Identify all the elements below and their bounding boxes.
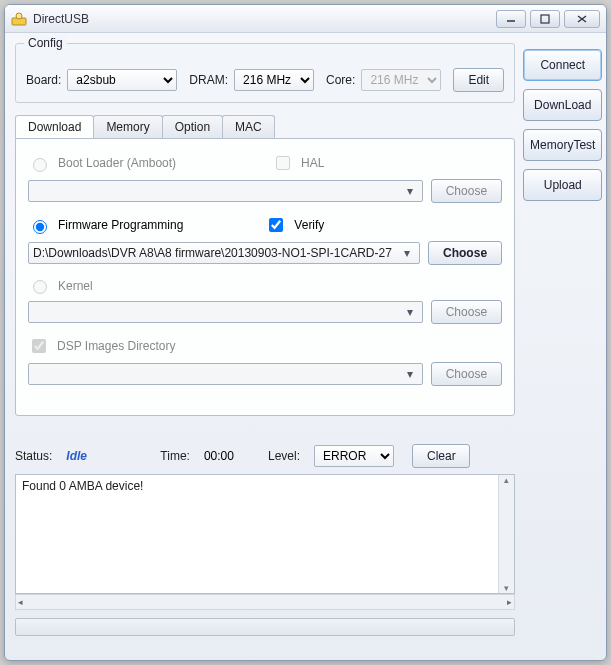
status-value: Idle bbox=[66, 449, 116, 463]
dsp-checkbox bbox=[32, 339, 46, 353]
verify-label: Verify bbox=[294, 218, 324, 232]
config-group: Config Board: a2sbub DRAM: 216 MHz Core:… bbox=[15, 43, 515, 103]
app-window: DirectUSB Config Board: a2sbub DRAM: 216… bbox=[4, 4, 607, 661]
dram-label: DRAM: bbox=[189, 73, 228, 87]
download-button[interactable]: DownLoad bbox=[523, 89, 602, 121]
dsp-path: ▾ bbox=[28, 363, 423, 385]
scroll-left-icon[interactable]: ◂ bbox=[18, 597, 23, 607]
connect-button[interactable]: Connect bbox=[523, 49, 602, 81]
hal-label: HAL bbox=[301, 156, 324, 170]
dram-combo[interactable]: 216 MHz bbox=[234, 69, 314, 91]
dsp-label: DSP Images Directory bbox=[57, 339, 175, 353]
app-icon bbox=[11, 11, 27, 27]
core-label: Core: bbox=[326, 73, 355, 87]
minimize-button[interactable] bbox=[496, 10, 526, 28]
hal-checkbox bbox=[276, 156, 290, 170]
bootloader-radio bbox=[33, 158, 47, 172]
titlebar: DirectUSB bbox=[5, 5, 606, 33]
chevron-down-icon: ▾ bbox=[402, 305, 418, 319]
maximize-button[interactable] bbox=[530, 10, 560, 28]
board-combo[interactable]: a2sbub bbox=[67, 69, 177, 91]
edit-button[interactable]: Edit bbox=[453, 68, 504, 92]
tabstrip: Download Memory Option MAC bbox=[15, 115, 515, 138]
svg-point-1 bbox=[16, 13, 22, 19]
chevron-down-icon[interactable]: ▾ bbox=[399, 246, 415, 260]
tab-memory[interactable]: Memory bbox=[93, 115, 162, 138]
verify-checkbox[interactable] bbox=[269, 218, 283, 232]
tab-option[interactable]: Option bbox=[162, 115, 223, 138]
chevron-down-icon: ▾ bbox=[402, 367, 418, 381]
tab-download[interactable]: Download bbox=[15, 115, 94, 138]
bootloader-choose-button: Choose bbox=[431, 179, 502, 203]
firmware-radio[interactable] bbox=[33, 220, 47, 234]
upload-button[interactable]: Upload bbox=[523, 169, 602, 201]
window-title: DirectUSB bbox=[33, 12, 496, 26]
tab-mac[interactable]: MAC bbox=[222, 115, 275, 138]
download-page: Boot Loader (Amboot) HAL ▾ Choose Firmwa… bbox=[15, 138, 515, 416]
firmware-path-combo[interactable]: D:\Downloads\DVR A8\A8 firmware\20130903… bbox=[28, 242, 420, 264]
chevron-down-icon: ▾ bbox=[402, 184, 418, 198]
status-label: Status: bbox=[15, 449, 52, 463]
firmware-label: Firmware Programming bbox=[58, 218, 183, 232]
kernel-path: ▾ bbox=[28, 301, 423, 323]
firmware-choose-button[interactable]: Choose bbox=[428, 241, 502, 265]
time-value: 00:00 bbox=[204, 449, 234, 463]
core-combo: 216 MHz bbox=[361, 69, 441, 91]
horizontal-scrollbar[interactable]: ◂ ▸ bbox=[15, 594, 515, 610]
time-label: Time: bbox=[160, 449, 190, 463]
clear-button[interactable]: Clear bbox=[412, 444, 470, 468]
progress-bar bbox=[15, 618, 515, 636]
log-textarea[interactable]: Found 0 AMBA device! ▴ ▾ bbox=[15, 474, 515, 594]
kernel-choose-button: Choose bbox=[431, 300, 502, 324]
scroll-down-icon[interactable]: ▾ bbox=[504, 583, 509, 593]
bootloader-label: Boot Loader (Amboot) bbox=[58, 156, 176, 170]
log-line: Found 0 AMBA device! bbox=[22, 479, 143, 493]
svg-rect-3 bbox=[541, 15, 549, 23]
kernel-radio bbox=[33, 280, 47, 294]
close-button[interactable] bbox=[564, 10, 600, 28]
memorytest-button[interactable]: MemoryTest bbox=[523, 129, 602, 161]
bootloader-path: ▾ bbox=[28, 180, 423, 202]
vertical-scrollbar[interactable]: ▴ ▾ bbox=[498, 475, 514, 593]
dsp-choose-button: Choose bbox=[431, 362, 502, 386]
scroll-up-icon[interactable]: ▴ bbox=[504, 475, 509, 485]
kernel-label: Kernel bbox=[58, 279, 93, 293]
config-legend: Config bbox=[24, 36, 67, 50]
level-label: Level: bbox=[268, 449, 300, 463]
level-combo[interactable]: ERROR bbox=[314, 445, 394, 467]
scroll-right-icon[interactable]: ▸ bbox=[507, 597, 512, 607]
board-label: Board: bbox=[26, 73, 61, 87]
